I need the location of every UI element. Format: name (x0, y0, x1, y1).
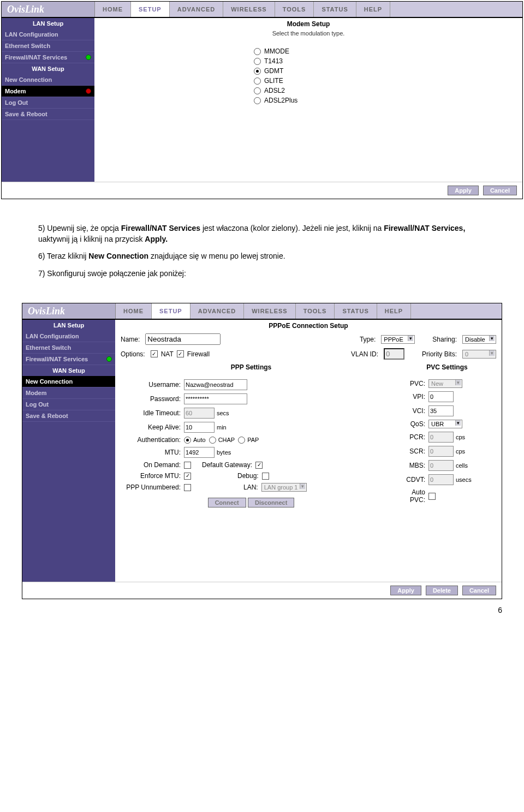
apply-button[interactable]: Apply (448, 186, 479, 195)
l: LAN Configuration (26, 333, 79, 339)
led-red-icon (86, 88, 91, 94)
sharing-select[interactable]: Disable (462, 335, 496, 344)
keepalive-label: Keep Alive: (121, 423, 184, 431)
modem-subtitle: Select the modulation type. (94, 30, 522, 41)
nav-wireless[interactable]: WIRELESS (223, 2, 275, 17)
sb2-eth-switch[interactable]: Ethernet Switch (22, 342, 115, 354)
auth-pap-radio[interactable] (238, 437, 245, 444)
sb2-wan-setup: WAN Setup (22, 365, 115, 376)
qos-select[interactable]: UBR (428, 420, 462, 428)
sb-new-conn-label: New Connection (5, 76, 52, 83)
firewall-checkbox[interactable] (177, 350, 184, 357)
name-input[interactable] (145, 333, 221, 345)
unnumbered-checkbox[interactable] (184, 484, 191, 491)
firewall-label: Firewall (187, 350, 210, 358)
nat-checkbox[interactable] (151, 350, 158, 357)
pppoe-title: PPPoE Connection Setup (115, 320, 502, 332)
nav-setup[interactable]: SETUP (131, 2, 170, 17)
radio-glite[interactable]: GLITE (254, 76, 363, 86)
sb-wan-setup: WAN Setup (2, 63, 94, 74)
radio-mmode-label: MMODE (264, 47, 289, 55)
pvc-settings-title: PVC Settings (392, 361, 502, 373)
nav-help[interactable]: HELP (356, 2, 390, 17)
ondemand-checkbox[interactable] (184, 462, 191, 469)
nav-tools[interactable]: TOOLS (275, 2, 314, 17)
sb-log-out[interactable]: Log Out (2, 97, 94, 109)
nav-wireless-2[interactable]: WIRELESS (244, 303, 295, 319)
sb-firewall[interactable]: Firewall/NAT Services (2, 52, 94, 63)
sidebar-2: LAN Setup LAN Configuration Ethernet Swi… (22, 320, 115, 582)
nav-tools-2[interactable]: TOOLS (296, 303, 335, 319)
radio-icon (254, 97, 261, 104)
radio-adsl2[interactable]: ADSL2 (254, 86, 363, 95)
mbs-label: MBS: (398, 462, 428, 469)
sb2-log-out[interactable]: Log Out (22, 399, 115, 410)
sb-lan-conf-label: LAN Configuration (5, 31, 58, 38)
username-input[interactable] (184, 379, 247, 390)
enforce-checkbox[interactable] (184, 473, 191, 480)
modulation-list: MMODE T1413 GDMT GLITE ADSL2 ADSL2Plus (254, 46, 363, 105)
secs-unit: secs (215, 410, 229, 416)
priority-label: Priority Bits: (422, 350, 459, 358)
autopvc-checkbox[interactable] (428, 493, 436, 500)
vpi-label: VPI: (398, 393, 428, 401)
sb2-save-reboot[interactable]: Save & Reboot (22, 410, 115, 422)
radio-adsl2plus[interactable]: ADSL2Plus (254, 95, 363, 105)
mtu-input[interactable] (184, 447, 215, 458)
password-input[interactable] (184, 393, 247, 404)
keepalive-input[interactable] (184, 422, 215, 433)
nav-advanced-2[interactable]: ADVANCED (190, 303, 245, 319)
sb2-modem[interactable]: Modem (22, 387, 115, 399)
radio-glite-label: GLITE (264, 77, 283, 85)
t: Apply. (145, 235, 168, 243)
connect-button[interactable]: Connect (208, 498, 246, 507)
nav-setup-2[interactable]: SETUP (152, 303, 190, 319)
logo-2: OvisLink (22, 303, 116, 319)
cps-unit: cps (454, 434, 465, 440)
sb2-lan-conf[interactable]: LAN Configuration (22, 331, 115, 342)
sb-eth-switch[interactable]: Ethernet Switch (2, 40, 94, 52)
nav-home[interactable]: HOME (95, 2, 131, 17)
logo: OvisLink (2, 2, 95, 17)
nav-advanced[interactable]: ADVANCED (170, 2, 224, 17)
radio-gdmt[interactable]: GDMT (254, 66, 363, 76)
l: Modem (26, 390, 47, 396)
sb-new-conn[interactable]: New Connection (2, 74, 94, 86)
delete-button[interactable]: Delete (426, 586, 458, 595)
sb-modem[interactable]: Modem (2, 86, 94, 97)
radio-gdmt-label: GDMT (264, 67, 283, 75)
doc-text: 5) Upewnij się, że opcja Firewall/NAT Se… (0, 200, 524, 302)
defgw-checkbox[interactable] (255, 462, 263, 469)
apply-button-2[interactable]: Apply (390, 586, 421, 595)
min-unit: min (215, 424, 227, 431)
vpi-input[interactable] (428, 391, 454, 402)
auth-chap-radio[interactable] (209, 437, 216, 444)
cancel-button[interactable]: Cancel (483, 186, 517, 195)
cancel-button-2[interactable]: Cancel (462, 586, 496, 595)
sb2-firewall[interactable]: Firewall/NAT Services (22, 354, 115, 365)
lan-select: LAN group 1 (261, 483, 307, 492)
row-options-vlan: Options: NAT Firewall VLAN ID: Priority … (115, 347, 502, 361)
auth-auto-radio[interactable] (184, 437, 191, 444)
name-label: Name: (121, 336, 142, 343)
sb-save-reboot[interactable]: Save & Reboot (2, 109, 94, 120)
lan-label: LAN: (191, 483, 261, 491)
row-name-type-sharing: Name: Type: PPPoE Sharing: Disable (115, 332, 502, 347)
options-label: Options: (121, 350, 147, 358)
disconnect-button[interactable]: Disconnect (248, 498, 294, 507)
nav-status-2[interactable]: STATUS (335, 303, 377, 319)
nav-home-2[interactable]: HOME (116, 303, 152, 319)
vci-label: VCI: (398, 407, 428, 415)
type-label: Type: (360, 336, 378, 343)
nav-help-2[interactable]: HELP (377, 303, 411, 319)
sb-lan-conf[interactable]: LAN Configuration (2, 29, 94, 40)
radio-t1413[interactable]: T1413 (254, 56, 363, 66)
type-select[interactable]: PPPoE (381, 335, 415, 344)
radio-mmode[interactable]: MMODE (254, 46, 363, 56)
debug-checkbox[interactable] (262, 473, 269, 480)
vci-input[interactable] (428, 405, 454, 416)
nav-status[interactable]: STATUS (314, 2, 356, 17)
nav-tabs: HOME SETUP ADVANCED WIRELESS TOOLS STATU… (95, 2, 522, 17)
sb2-new-conn[interactable]: New Connection (22, 376, 115, 387)
vlan-label: VLAN ID: (351, 350, 380, 358)
